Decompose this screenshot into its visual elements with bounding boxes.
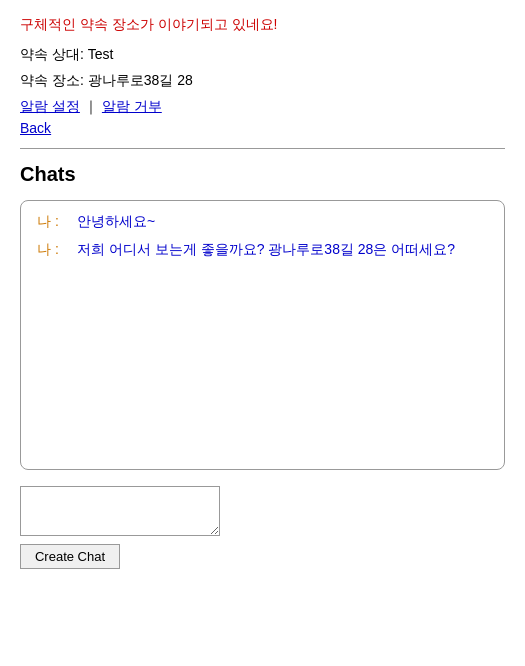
location-info: 약속 장소: 광나루로38길 28	[20, 72, 505, 90]
input-area: Create Chat	[20, 486, 505, 569]
chat-message: 나 :저희 어디서 보는게 좋을까요? 광나루로38길 28은 어떠세요?	[37, 241, 488, 259]
chat-text: 안녕하세요~	[77, 213, 488, 231]
create-chat-button[interactable]: Create Chat	[20, 544, 120, 569]
chats-title: Chats	[20, 163, 505, 186]
back-link[interactable]: Back	[20, 120, 505, 136]
partner-value: Test	[88, 46, 114, 62]
alarm-links: 알람 설정 ｜ 알람 거부	[20, 98, 505, 116]
chat-box: 나 :안녕하세요~나 :저희 어디서 보는게 좋을까요? 광나루로38길 28은…	[20, 200, 505, 470]
partner-label: 약속 상대:	[20, 46, 84, 62]
link-separator: ｜	[84, 98, 98, 116]
partner-info: 약속 상대: Test	[20, 46, 505, 64]
chat-author: 나 :	[37, 241, 73, 259]
section-divider	[20, 148, 505, 149]
chat-author: 나 :	[37, 213, 73, 231]
chat-input[interactable]	[20, 486, 220, 536]
location-label: 약속 장소:	[20, 72, 84, 88]
alarm-set-link[interactable]: 알람 설정	[20, 98, 80, 116]
chat-text: 저희 어디서 보는게 좋을까요? 광나루로38길 28은 어떠세요?	[77, 241, 488, 259]
chat-message: 나 :안녕하세요~	[37, 213, 488, 231]
alarm-dismiss-link[interactable]: 알람 거부	[102, 98, 162, 116]
location-value: 광나루로38길 28	[88, 72, 193, 88]
notice-text: 구체적인 약속 장소가 이야기되고 있네요!	[20, 16, 505, 34]
